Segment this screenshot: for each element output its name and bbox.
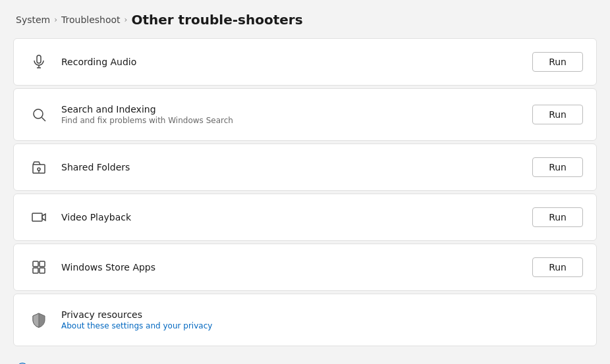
run-button-recording-audio[interactable]: Run (532, 52, 583, 72)
item-text-video-playback: Video Playback (61, 212, 532, 222)
item-title-shared-folders: Shared Folders (61, 162, 532, 172)
list-item-recording-audio: Recording Audio Run (13, 38, 597, 86)
footer: Get help (0, 351, 610, 364)
item-text-privacy-resources: Privacy resources About these settings a… (61, 309, 583, 330)
privacy-link[interactable]: About these settings and your privacy (61, 321, 583, 330)
breadcrumb-troubleshoot[interactable]: Troubleshoot (61, 14, 121, 25)
item-text-recording-audio: Recording Audio (61, 57, 532, 67)
breadcrumb-separator-1: › (54, 15, 57, 24)
svg-rect-12 (40, 268, 45, 273)
breadcrumb-current: Other trouble-shooters (131, 12, 302, 28)
run-button-search-indexing[interactable]: Run (532, 105, 583, 124)
item-text-shared-folders: Shared Folders (61, 162, 532, 172)
run-button-shared-folders[interactable]: Run (532, 157, 583, 177)
breadcrumb: System › Troubleshoot › Other trouble-sh… (0, 0, 610, 38)
svg-point-3 (34, 109, 43, 118)
search-icon (27, 103, 51, 126)
svg-rect-9 (33, 261, 38, 267)
shield-icon (27, 308, 51, 332)
svg-rect-10 (40, 261, 45, 267)
run-button-windows-store-apps[interactable]: Run (532, 257, 583, 277)
item-title-recording-audio: Recording Audio (61, 57, 532, 67)
svg-line-4 (42, 118, 46, 122)
video-icon (27, 205, 51, 229)
svg-rect-8 (32, 213, 42, 221)
troubleshooter-list: Recording Audio Run Search and Indexing … (0, 38, 610, 346)
breadcrumb-separator-2: › (125, 15, 128, 24)
item-subtitle-search-indexing: Find and fix problems with Windows Searc… (61, 116, 532, 125)
svg-rect-0 (37, 55, 41, 63)
list-item-shared-folders: Shared Folders Run (13, 143, 597, 191)
svg-rect-11 (33, 268, 38, 273)
breadcrumb-system[interactable]: System (16, 14, 50, 25)
item-title-search-indexing: Search and Indexing (61, 104, 532, 115)
item-text-windows-store-apps: Windows Store Apps (61, 262, 532, 273)
item-title-privacy-resources: Privacy resources (61, 309, 583, 320)
svg-point-6 (38, 168, 40, 170)
list-item-windows-store-apps: Windows Store Apps Run (13, 244, 597, 291)
list-item-video-playback: Video Playback Run (13, 194, 597, 241)
microphone-icon (27, 50, 51, 74)
run-button-video-playback[interactable]: Run (532, 207, 583, 227)
shared-folders-icon (27, 155, 51, 179)
list-item-search-indexing: Search and Indexing Find and fix problem… (13, 88, 597, 141)
item-title-windows-store-apps: Windows Store Apps (61, 262, 532, 273)
item-text-search-indexing: Search and Indexing Find and fix problem… (61, 104, 532, 125)
store-icon (27, 255, 51, 279)
list-item-privacy-resources: Privacy resources About these settings a… (13, 294, 597, 346)
item-title-video-playback: Video Playback (61, 212, 532, 222)
